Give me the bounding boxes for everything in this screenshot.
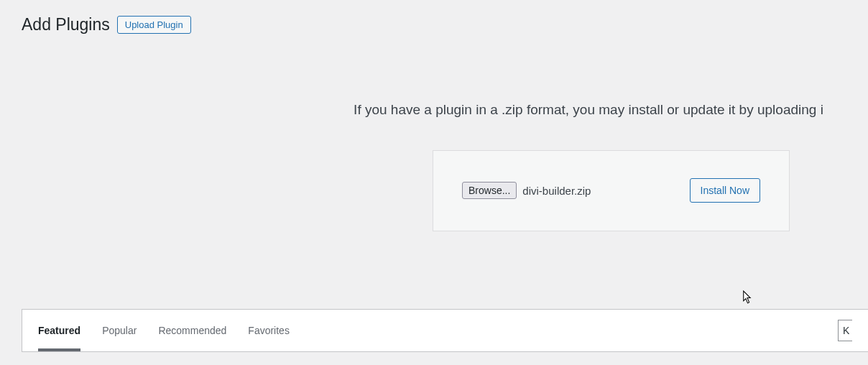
selected-filename: divi-builder.zip	[522, 185, 591, 197]
tab-favorites[interactable]: Favorites	[248, 311, 290, 350]
tab-recommended[interactable]: Recommended	[158, 311, 226, 350]
tab-featured[interactable]: Featured	[38, 311, 80, 350]
browse-button[interactable]: Browse...	[462, 182, 517, 199]
file-input-group: Browse... divi-builder.zip	[462, 182, 591, 199]
cursor-icon	[742, 290, 753, 302]
install-now-button[interactable]: Install Now	[690, 178, 760, 203]
search-dropdown-partial[interactable]: K	[838, 320, 852, 341]
page-title: Add Plugins	[22, 14, 110, 36]
upload-instructions: If you have a plugin in a .zip format, y…	[0, 102, 868, 118]
upload-form: Browse... divi-builder.zip Install Now	[433, 150, 790, 231]
page-header: Add Plugins Upload Plugin	[0, 0, 868, 36]
upload-plugin-button[interactable]: Upload Plugin	[117, 16, 191, 34]
filter-tabs-bar: Featured Popular Recommended Favorites K	[22, 309, 868, 352]
tab-popular[interactable]: Popular	[102, 311, 137, 350]
filter-tabs: Featured Popular Recommended Favorites	[38, 311, 290, 350]
